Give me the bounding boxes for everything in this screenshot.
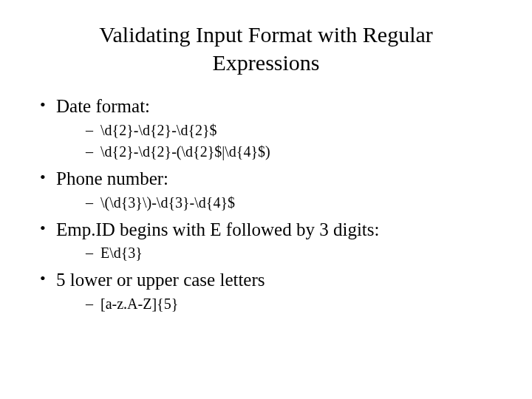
slide: Validating Input Format with Regular Exp… <box>0 0 532 399</box>
list-item: 5 lower or upper case letters [a-z.A-Z]{… <box>37 267 495 314</box>
sub-item: \(\d{3}\)-\d{3}-\d{4}$ <box>56 193 495 213</box>
item-label: Date format: <box>56 96 150 116</box>
sub-list: [a-z.A-Z]{5} <box>56 294 495 314</box>
item-label: 5 lower or upper case letters <box>56 270 265 290</box>
list-item: Phone number: \(\d{3}\)-\d{3}-\d{4}$ <box>37 166 495 213</box>
page-title: Validating Input Format with Regular Exp… <box>37 21 495 76</box>
sub-list: \d{2}-\d{2}-\d{2}$ \d{2}-\d{2}-(\d{2}$|\… <box>56 120 495 162</box>
title-line-2: Expressions <box>213 50 320 75</box>
sub-item: [a-z.A-Z]{5} <box>56 294 495 314</box>
sub-item: \d{2}-\d{2}-(\d{2}$|\d{4}$) <box>56 142 495 162</box>
sub-item: \d{2}-\d{2}-\d{2}$ <box>56 120 495 140</box>
sub-list: \(\d{3}\)-\d{3}-\d{4}$ <box>56 193 495 213</box>
item-label: Phone number: <box>56 168 168 188</box>
list-item: Emp.ID begins with E followed by 3 digit… <box>37 217 495 264</box>
sub-list: E\d{3} <box>56 243 495 263</box>
sub-item: E\d{3} <box>56 243 495 263</box>
list-item: Date format: \d{2}-\d{2}-\d{2}$ \d{2}-\d… <box>37 94 495 162</box>
bullet-list: Date format: \d{2}-\d{2}-\d{2}$ \d{2}-\d… <box>37 94 495 314</box>
item-label: Emp.ID begins with E followed by 3 digit… <box>56 219 379 239</box>
title-line-1: Validating Input Format with Regular <box>99 22 433 47</box>
